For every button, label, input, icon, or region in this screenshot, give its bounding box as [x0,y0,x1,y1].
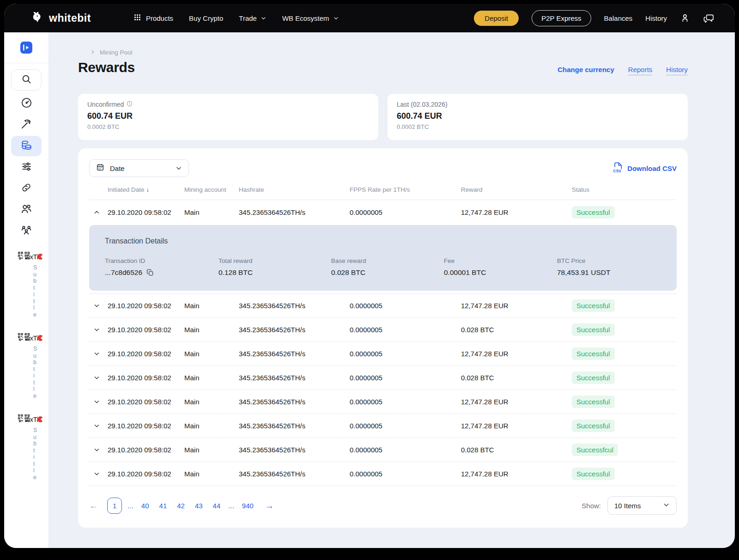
sidebar-item-sliders[interactable] [11,157,42,177]
broken-item-subtitle: Subtitle [33,264,48,318]
dashboard-icon [21,97,32,110]
chevron-down-icon[interactable] [89,446,108,453]
nav-item-trade[interactable]: Trade [239,14,267,22]
change-currency-link[interactable]: Change currency [557,66,614,73]
table-row[interactable]: 29.10.2020 09:58:02Main345.2365364526TH/… [89,390,677,414]
status-badge: Successful [572,420,615,432]
page-number-42[interactable]: 42 [177,502,185,510]
row-account: Main [184,350,239,358]
row-fpps: 0.0000005 [350,302,461,310]
details-field-value: 0.00001 BTC [444,268,557,277]
row-fpps: 0.0000005 [350,422,461,430]
csv-file-icon: CSV [613,162,623,175]
sidebar-item-mining[interactable] [11,115,42,135]
sidebar-item-users[interactable] [11,200,42,220]
page-ellipsis: ... [127,502,133,510]
sidebar-item-dashboard[interactable] [11,93,42,114]
chevron-down-icon[interactable] [89,374,108,381]
nav-history-link[interactable]: History [645,14,667,22]
table-row[interactable]: 29.10.2020 09:58:02Main345.2365364526TH/… [89,200,677,224]
broken-item-subtitle: Subtitle [33,427,48,481]
row-reward: 0.028 BTC [461,446,572,454]
row-reward: 12,747.28 EUR [461,208,572,216]
page-number-41[interactable]: 41 [159,502,167,510]
details-field-value: 78,453.91 USDT [557,268,661,277]
row-account: Main [184,374,239,382]
panel-toggle-icon[interactable] [19,41,33,55]
chevron-down-icon[interactable] [89,470,108,477]
chevron-right-icon [90,49,95,56]
row-fpps: 0.0000005 [350,374,461,382]
support-chat-icon[interactable] [703,13,715,24]
sliders-icon [21,161,32,174]
table-row[interactable]: 29.10.2020 09:58:02Main345.2365364526TH/… [89,438,677,462]
history-link[interactable]: History [666,66,688,73]
card-sub-value: 0.0002 BTC [87,123,369,130]
nav-item-wb-ecosystem[interactable]: WB Ecosystem [282,14,339,22]
table-row[interactable]: 29.10.2020 09:58:02Main345.2365364526TH/… [89,317,677,341]
reports-link[interactable]: Reports [628,66,653,73]
deposit-button[interactable]: Deposit [474,11,519,26]
nav-item-products[interactable]: Products [133,13,173,23]
sidebar-item-link[interactable] [11,178,42,199]
sort-desc-icon: ↓ [146,186,150,193]
chevron-down-icon[interactable] [89,398,108,405]
chevron-down-icon[interactable] [89,326,108,333]
card-label: Unconfirmed [87,101,124,108]
page-number-40[interactable]: 40 [141,502,149,510]
status-badge: Successful [572,347,615,360]
card-label: Last (02.03.2026) [397,101,448,108]
chevron-up-icon[interactable] [89,209,108,216]
status-badge: Successful [572,206,615,219]
nav-balances-link[interactable]: Balances [604,14,633,22]
breadcrumb[interactable]: Mining Pool [90,49,688,56]
nav-item-label: Products [146,14,173,22]
row-hashrate: 345.2365364526TH/s [239,446,350,454]
nav-item-label: Buy Crypto [189,14,223,22]
row-hashrate: 345.2365364526TH/s [239,470,350,478]
date-filter-select[interactable]: Date [89,159,189,177]
page-number-44[interactable]: 44 [213,502,221,510]
table-row[interactable]: 29.10.2020 09:58:02Main345.2365364526TH/… [89,341,677,365]
mining-icon [20,118,32,132]
row-hashrate: 345.2365364526TH/s [239,374,350,382]
chevron-down-icon[interactable] [89,350,108,357]
table-row[interactable]: 29.10.2020 09:58:02Main345.2365364526TH/… [89,293,677,317]
nav-item-buy-crypto[interactable]: Buy Crypto [189,14,223,22]
top-navbar: whitebit ProductsBuy CryptoTradeWB Ecosy… [4,4,735,32]
table-row[interactable]: 29.10.2020 09:58:02Main345.2365364526TH/… [89,365,677,390]
items-per-page-select[interactable]: 10 Items [607,496,677,515]
status-badge: Successful [572,371,615,384]
col-initiated-date[interactable]: Initiated Date↓ [108,186,184,193]
sidebar-item-team[interactable] [11,221,42,241]
page-number-940[interactable]: 940 [242,502,254,510]
prev-page-arrow[interactable]: ← [89,501,98,510]
table-row[interactable]: 29.10.2020 09:58:02Main345.2365364526TH/… [89,414,677,438]
card-value: 600.74 EUR [87,111,369,121]
p2p-express-button[interactable]: P2P Express [532,10,591,26]
details-field: Transaction ID...7c8d6526 [105,257,218,277]
broken-item-title: fixTi [27,334,38,342]
broken-item-title: fixTi [27,253,38,261]
page-number-43[interactable]: 43 [195,502,203,510]
copy-icon[interactable] [146,269,154,276]
table-row[interactable]: 29.10.2020 09:58:02Main345.2365364526TH/… [89,462,677,486]
whitebit-logo[interactable]: whitebit [31,10,91,26]
details-field-label: Fee [444,257,557,264]
chevron-down-icon[interactable] [89,422,108,429]
grid-icon [133,13,141,23]
sidebar-search-button[interactable] [11,69,42,91]
date-filter-label: Date [110,164,125,172]
page-number-1[interactable]: 1 [107,498,122,514]
row-fpps: 0.0000005 [350,470,461,478]
row-date: 29.10.2020 09:58:02 [108,302,184,310]
calendar-icon [96,163,104,173]
chevron-down-icon [663,501,670,510]
info-icon[interactable] [127,101,133,108]
next-page-arrow[interactable]: → [265,501,274,510]
download-csv-button[interactable]: CSV Download CSV [613,162,677,175]
profile-icon[interactable] [680,13,690,23]
chevron-down-icon[interactable] [89,302,108,309]
details-title: Transaction Details [105,237,661,245]
sidebar-item-rewards[interactable] [11,136,42,156]
